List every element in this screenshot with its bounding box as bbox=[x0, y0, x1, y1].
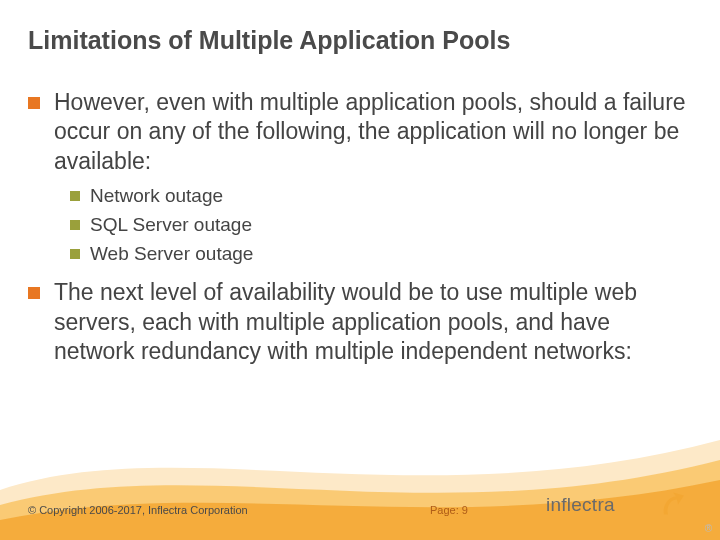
bullet-square-icon bbox=[70, 249, 80, 259]
bullet-square-icon bbox=[28, 97, 40, 109]
sub-bullet-text: Network outage bbox=[90, 184, 223, 209]
bullet-square-icon bbox=[28, 287, 40, 299]
logo-wordmark: inflectra bbox=[546, 494, 615, 515]
bullet-item: However, even with multiple application … bbox=[28, 88, 692, 176]
bullet-text: The next level of availability would be … bbox=[54, 278, 692, 366]
sub-bullet-text: Web Server outage bbox=[90, 242, 253, 267]
bullet-square-icon bbox=[70, 220, 80, 230]
copyright-text: © Copyright 2006-2017, Inflectra Corpora… bbox=[28, 504, 248, 516]
sub-bullet-item: Web Server outage bbox=[70, 242, 692, 267]
sub-bullet-item: Network outage bbox=[70, 184, 692, 209]
logo-arrow-icon bbox=[664, 493, 684, 515]
registered-mark: ® bbox=[705, 523, 712, 534]
page-number: Page: 9 bbox=[430, 504, 468, 516]
inflectra-logo: inflectra bbox=[546, 486, 686, 526]
bullet-text: However, even with multiple application … bbox=[54, 88, 692, 176]
bullet-item: The next level of availability would be … bbox=[28, 278, 692, 366]
slide: Limitations of Multiple Application Pool… bbox=[0, 0, 720, 540]
sub-bullet-list: Network outage SQL Server outage Web Ser… bbox=[70, 184, 692, 266]
sub-bullet-text: SQL Server outage bbox=[90, 213, 252, 238]
sub-bullet-item: SQL Server outage bbox=[70, 213, 692, 238]
slide-body: However, even with multiple application … bbox=[28, 88, 692, 375]
bullet-square-icon bbox=[70, 191, 80, 201]
slide-title: Limitations of Multiple Application Pool… bbox=[28, 26, 510, 55]
